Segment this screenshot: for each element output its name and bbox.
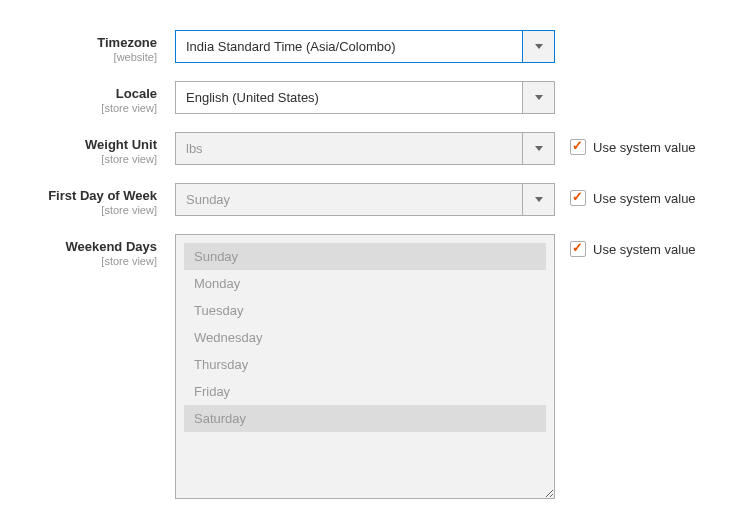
list-item: Sunday	[184, 243, 546, 270]
dropdown-arrow-icon[interactable]	[522, 30, 555, 63]
checkbox-col-first-day: Use system value	[555, 183, 696, 206]
label-locale: Locale	[20, 86, 157, 101]
checkbox-col-weekend-days: Use system value	[555, 234, 696, 257]
field-col-first-day: Sunday	[175, 183, 555, 216]
label-col-locale: Locale [store view]	[20, 81, 175, 114]
weekend-days-multiselect: SundayMondayTuesdayWednesdayThursdayFrid…	[175, 234, 555, 499]
dropdown-arrow-icon[interactable]	[522, 81, 555, 114]
scope-weekend-days: [store view]	[20, 255, 157, 267]
label-col-timezone: Timezone [website]	[20, 30, 175, 63]
scope-weight-unit: [store view]	[20, 153, 157, 165]
field-col-weekend-days: SundayMondayTuesdayWednesdayThursdayFrid…	[175, 234, 555, 499]
first-day-select-value: Sunday	[175, 183, 522, 216]
list-item: Friday	[184, 378, 546, 405]
weight-unit-select: lbs	[175, 132, 555, 165]
scope-first-day: [store view]	[20, 204, 157, 216]
row-first-day: First Day of Week [store view] Sunday Us…	[20, 183, 713, 216]
dropdown-arrow-icon	[522, 132, 555, 165]
first-day-select: Sunday	[175, 183, 555, 216]
locale-select[interactable]: English (United States)	[175, 81, 555, 114]
use-system-value-label: Use system value	[593, 191, 696, 206]
locale-select-value: English (United States)	[175, 81, 522, 114]
label-col-weekend-days: Weekend Days [store view]	[20, 234, 175, 267]
timezone-select-value: India Standard Time (Asia/Colombo)	[175, 30, 522, 63]
use-system-value-checkbox[interactable]	[570, 139, 586, 155]
label-first-day: First Day of Week	[20, 188, 157, 203]
label-col-first-day: First Day of Week [store view]	[20, 183, 175, 216]
dropdown-arrow-icon	[522, 183, 555, 216]
label-weight-unit: Weight Unit	[20, 137, 157, 152]
list-item: Tuesday	[184, 297, 546, 324]
field-col-locale: English (United States)	[175, 81, 555, 114]
row-weight-unit: Weight Unit [store view] lbs Use system …	[20, 132, 713, 165]
row-weekend-days: Weekend Days [store view] SundayMondayTu…	[20, 234, 713, 499]
row-locale: Locale [store view] English (United Stat…	[20, 81, 713, 114]
label-weekend-days: Weekend Days	[20, 239, 157, 254]
field-col-weight-unit: lbs	[175, 132, 555, 165]
row-timezone: Timezone [website] India Standard Time (…	[20, 30, 713, 63]
scope-locale: [store view]	[20, 102, 157, 114]
use-system-value-label: Use system value	[593, 242, 696, 257]
list-item: Saturday	[184, 405, 546, 432]
use-system-value-checkbox[interactable]	[570, 241, 586, 257]
timezone-select[interactable]: India Standard Time (Asia/Colombo)	[175, 30, 555, 63]
label-col-weight-unit: Weight Unit [store view]	[20, 132, 175, 165]
field-col-timezone: India Standard Time (Asia/Colombo)	[175, 30, 555, 63]
label-timezone: Timezone	[20, 35, 157, 50]
scope-timezone: [website]	[20, 51, 157, 63]
list-item: Thursday	[184, 351, 546, 378]
list-item: Monday	[184, 270, 546, 297]
weight-unit-select-value: lbs	[175, 132, 522, 165]
checkbox-col-weight-unit: Use system value	[555, 132, 696, 155]
list-item: Wednesday	[184, 324, 546, 351]
use-system-value-label: Use system value	[593, 140, 696, 155]
use-system-value-checkbox[interactable]	[570, 190, 586, 206]
